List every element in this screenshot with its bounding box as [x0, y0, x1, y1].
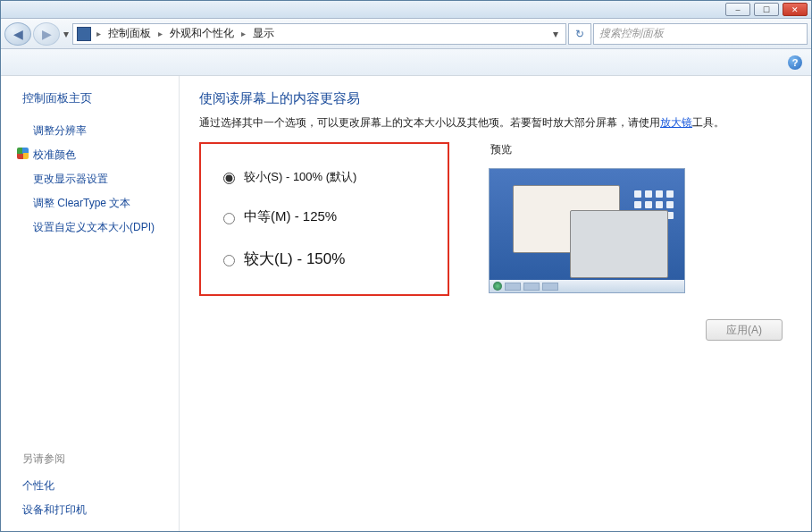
radio-small-label: 较小(S) - 100% (默认)	[244, 169, 356, 185]
desc-text-post: 工具。	[692, 116, 724, 129]
breadcrumb-appearance[interactable]: 外观和个性化	[168, 26, 236, 41]
radio-medium-label: 中等(M) - 125%	[244, 208, 337, 225]
page-description: 通过选择其中一个选项，可以更改屏幕上的文本大小以及其他项。若要暂时放大部分屏幕，…	[199, 114, 791, 131]
maximize-button[interactable]: ☐	[754, 3, 779, 16]
breadcrumb-sep-icon: ▸	[156, 29, 164, 38]
breadcrumb-display[interactable]: 显示	[251, 26, 276, 41]
preview-image	[489, 168, 685, 293]
address-dropdown-icon[interactable]: ▾	[549, 28, 562, 40]
forward-button[interactable]: ▶	[33, 22, 60, 46]
sidebar-link-display-settings[interactable]: 更改显示器设置	[17, 167, 173, 191]
radio-small[interactable]	[223, 173, 235, 184]
preview-label: 预览	[490, 142, 791, 157]
sidebar-link-devices-printers[interactable]: 设备和打印机	[17, 498, 173, 522]
nav-dropdown-icon[interactable]: ▾	[62, 28, 71, 40]
minimize-button[interactable]: –	[725, 3, 750, 16]
sidebar-link-personalization[interactable]: 个性化	[17, 474, 173, 498]
radio-large[interactable]	[223, 255, 235, 266]
search-input[interactable]: 搜索控制面板	[593, 23, 808, 45]
preview-area: 预览	[485, 142, 791, 296]
control-panel-icon	[77, 27, 91, 41]
breadcrumb-control-panel[interactable]: 控制面板	[106, 26, 153, 41]
toolbar: ?	[1, 49, 811, 76]
breadcrumb-sep-icon: ▸	[95, 29, 103, 38]
sidebar-link-resolution[interactable]: 调整分辨率	[17, 119, 173, 143]
sidebar-title[interactable]: 控制面板主页	[22, 90, 173, 106]
radio-large-label: 较大(L) - 150%	[244, 249, 345, 269]
sidebar: 控制面板主页 调整分辨率 校准颜色 更改显示器设置 调整 ClearType 文…	[1, 76, 180, 531]
breadcrumb-sep-icon: ▸	[239, 29, 247, 38]
desc-text: 通过选择其中一个选项，可以更改屏幕上的文本大小以及其他项。若要暂时放大部分屏幕，…	[199, 116, 660, 129]
preview-taskbar	[490, 280, 684, 292]
close-button[interactable]: ✕	[783, 3, 808, 16]
navbar: ◀ ▶ ▾ ▸ 控制面板 ▸ 外观和个性化 ▸ 显示 ▾ ↻ 搜索控制面板	[1, 19, 811, 49]
sidebar-link-custom-dpi[interactable]: 设置自定义文本大小(DPI)	[17, 215, 173, 240]
address-bar[interactable]: ▸ 控制面板 ▸ 外观和个性化 ▸ 显示 ▾	[72, 23, 566, 45]
sidebar-link-calibrate-color[interactable]: 校准颜色	[17, 143, 173, 167]
sidebar-see-also: 另请参阅	[22, 452, 173, 467]
refresh-button[interactable]: ↻	[568, 23, 591, 45]
magnifier-link[interactable]: 放大镜	[660, 116, 692, 129]
search-placeholder: 搜索控制面板	[599, 26, 664, 41]
sidebar-link-cleartype[interactable]: 调整 ClearType 文本	[17, 191, 173, 215]
size-options-group: 较小(S) - 100% (默认) 中等(M) - 125% 较大(L) - 1…	[199, 142, 449, 296]
apply-button[interactable]: 应用(A)	[706, 319, 783, 341]
page-title: 使阅读屏幕上的内容更容易	[199, 90, 791, 107]
back-button[interactable]: ◀	[4, 22, 31, 46]
main-pane: 使阅读屏幕上的内容更容易 通过选择其中一个选项，可以更改屏幕上的文本大小以及其他…	[180, 76, 811, 531]
titlebar: – ☐ ✕	[1, 1, 811, 19]
body: 控制面板主页 调整分辨率 校准颜色 更改显示器设置 调整 ClearType 文…	[1, 76, 811, 531]
preview-start-icon	[493, 282, 502, 291]
preview-window-b	[570, 210, 668, 278]
help-icon[interactable]: ?	[788, 55, 802, 70]
radio-medium[interactable]	[223, 213, 235, 224]
